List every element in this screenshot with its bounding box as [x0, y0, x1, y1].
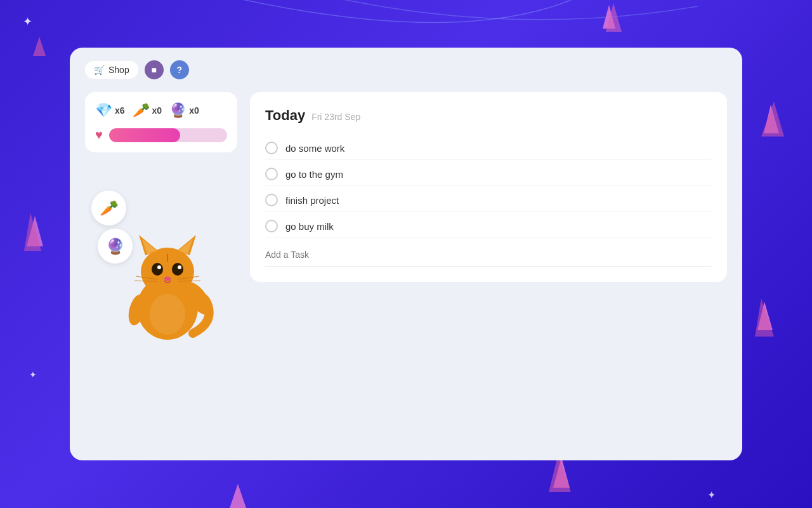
gem-count: x6 — [115, 105, 125, 116]
task-label: go buy milk — [285, 221, 334, 232]
task-label: finish project — [285, 195, 339, 206]
shop-button[interactable]: 🛒 Shop — [85, 61, 138, 79]
help-button[interactable]: ? — [170, 60, 189, 79]
ball-stat: 🔮 x0 — [169, 102, 199, 119]
task-checkbox-2[interactable] — [265, 168, 278, 180]
svg-point-26 — [178, 265, 181, 269]
health-bar-container — [109, 128, 227, 142]
task-checkbox-4[interactable] — [265, 220, 278, 232]
svg-marker-10 — [24, 213, 41, 251]
content-row: 💎 x6 🥕 x0 🔮 x0 ♥ — [85, 92, 727, 343]
pet-area: 🥕 🔮 — [85, 165, 237, 343]
task-label: go to the gym — [285, 169, 343, 180]
pet-bubble-carrot-icon: 🥕 — [100, 199, 119, 217]
svg-point-34 — [150, 294, 185, 335]
svg-marker-5 — [755, 298, 774, 337]
task-item: finish project — [265, 189, 712, 212]
task-card: Today Fri 23rd Sep do some work go to th… — [250, 92, 727, 282]
add-task-input[interactable] — [265, 250, 712, 260]
task-item: go to the gym — [265, 163, 712, 186]
svg-point-24 — [172, 263, 183, 276]
svg-marker-2 — [764, 105, 779, 133]
help-icon: ? — [176, 65, 182, 75]
heart-icon: ♥ — [95, 128, 103, 142]
stats-card: 💎 x6 🥕 x0 🔮 x0 ♥ — [85, 92, 237, 152]
task-item: do some work — [265, 137, 712, 160]
svg-point-25 — [157, 265, 161, 269]
shop-label: Shop — [108, 65, 129, 75]
svg-marker-4 — [757, 302, 773, 330]
svg-marker-9 — [27, 216, 43, 246]
task-title: Today — [265, 107, 305, 124]
shop-icon: 🛒 — [94, 65, 105, 75]
svg-marker-0 — [603, 5, 615, 29]
svg-text:✦: ✦ — [23, 15, 32, 28]
avatar-button[interactable]: ■ — [145, 60, 164, 79]
left-column: 💎 x6 🥕 x0 🔮 x0 ♥ — [85, 92, 237, 343]
add-task-row[interactable] — [265, 243, 712, 267]
svg-text:✦: ✦ — [29, 370, 37, 380]
task-header: Today Fri 23rd Sep — [265, 107, 712, 124]
task-checkbox-1[interactable] — [265, 142, 278, 154]
cat-illustration — [117, 216, 218, 343]
carrot-icon: 🥕 — [133, 102, 150, 119]
svg-marker-11 — [33, 37, 46, 56]
svg-text:✦: ✦ — [707, 490, 716, 500]
carrot-count: x0 — [152, 105, 162, 116]
ball-count: x0 — [189, 105, 199, 116]
ball-icon: 🔮 — [169, 102, 187, 119]
task-date: Fri 23rd Sep — [311, 112, 360, 122]
svg-marker-1 — [606, 3, 622, 32]
health-bar-fill — [109, 128, 180, 142]
task-list: do some work go to the gym finish projec… — [265, 137, 712, 238]
task-item: go buy milk — [265, 215, 712, 238]
top-nav: 🛒 Shop ■ ? — [85, 60, 727, 79]
task-label: do some work — [285, 143, 344, 154]
avatar-icon: ■ — [151, 65, 156, 75]
svg-point-23 — [152, 263, 163, 276]
carrot-stat: 🥕 x0 — [133, 102, 162, 119]
svg-marker-6 — [553, 457, 570, 488]
svg-point-27 — [164, 277, 171, 281]
gem-icon: 💎 — [95, 102, 112, 119]
svg-marker-3 — [761, 102, 784, 137]
task-checkbox-3[interactable] — [265, 194, 278, 206]
stats-row: 💎 x6 🥕 x0 🔮 x0 — [95, 102, 227, 119]
gem-stat: 💎 x6 — [95, 102, 125, 119]
health-row: ♥ — [95, 128, 227, 142]
svg-marker-8 — [230, 484, 246, 508]
main-card: 🛒 Shop ■ ? 💎 x6 🥕 x0 — [70, 48, 742, 460]
